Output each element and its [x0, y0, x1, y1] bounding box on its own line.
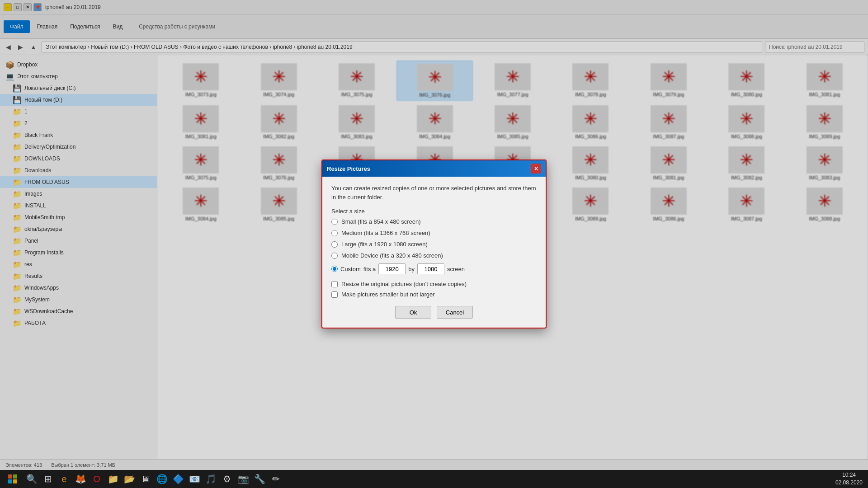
screen-label: screen — [447, 266, 465, 272]
label-custom[interactable]: Custom — [340, 266, 361, 272]
label-large[interactable]: Large (fits a 868 x 488 screen) — [341, 241, 428, 248]
checkbox-resize-orig[interactable] — [331, 281, 338, 287]
label-medium[interactable]: Medium (fits a 1366 x 768 screen) — [341, 230, 430, 236]
dialog-description: You can create resized copies of one or … — [331, 184, 537, 202]
fits-a-label: fits a — [363, 266, 376, 272]
dialog-titlebar: Resize Pictures × — [322, 160, 546, 177]
cancel-button[interactable]: Cancel — [437, 306, 473, 319]
ok-button[interactable]: Ok — [395, 306, 431, 319]
label-mobile[interactable]: Mobile Device (fits a 320 x 480 screen) — [341, 252, 443, 259]
checkbox-make-smaller-row: Make pictures smaller but not larger — [331, 291, 537, 298]
dialog-section-label: Select a size — [331, 208, 537, 215]
dialog-body: You can create resized copies of one or … — [322, 177, 546, 328]
option-large: Large (fits a 868 x 488 screen) — [331, 241, 537, 248]
custom-width-input[interactable] — [378, 263, 406, 274]
label-make-smaller[interactable]: Make pictures smaller but not larger — [341, 291, 435, 298]
radio-medium[interactable] — [331, 230, 338, 236]
radio-mobile[interactable] — [331, 253, 338, 259]
by-label: by — [408, 266, 415, 272]
checkbox-make-smaller[interactable] — [331, 291, 338, 298]
radio-large[interactable] — [331, 241, 338, 248]
option-mobile: Mobile Device (fits a 320 x 480 screen) — [331, 252, 537, 259]
dialog-overlay: Resize Pictures × You can create resized… — [0, 0, 868, 488]
option-small: Small (fits a 854 x 480 screen) — [331, 218, 537, 225]
dialog-footer: Ok Cancel — [331, 306, 537, 319]
dialog-close-button[interactable]: × — [531, 164, 541, 174]
checkbox-resize-orig-row: Resize the original pictures (don't crea… — [331, 281, 537, 287]
radio-small[interactable] — [331, 219, 338, 225]
label-small[interactable]: Small (fits a 854 x 480 screen) — [341, 218, 421, 225]
label-resize-orig[interactable]: Resize the original pictures (don't crea… — [341, 281, 467, 287]
option-custom-row: Custom fits a by screen — [331, 263, 537, 274]
resize-dialog: Resize Pictures × You can create resized… — [321, 160, 547, 328]
dialog-title: Resize Pictures — [327, 165, 370, 172]
custom-height-input[interactable] — [417, 263, 444, 274]
option-medium: Medium (fits a 1366 x 768 screen) — [331, 230, 537, 236]
radio-custom[interactable] — [331, 266, 338, 272]
